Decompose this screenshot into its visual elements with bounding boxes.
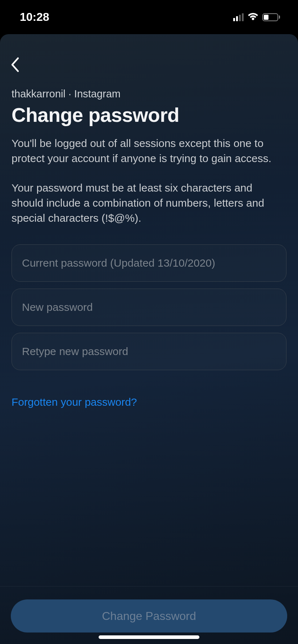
page-description: You'll be logged out of all sessions exc… xyxy=(12,136,286,226)
modal-sheet: thakkarronil · Instagram Change password… xyxy=(0,34,298,644)
change-password-button[interactable]: Change Password xyxy=(11,599,287,632)
retype-password-input[interactable] xyxy=(12,333,286,370)
status-time: 10:28 xyxy=(20,10,49,24)
chevron-left-icon xyxy=(10,57,19,73)
back-button[interactable] xyxy=(10,56,28,74)
description-para-2: Your password must be at least six chara… xyxy=(12,180,286,226)
current-password-input[interactable] xyxy=(12,244,286,282)
forgot-password-link[interactable]: Forgotten your password? xyxy=(12,396,286,408)
status-icons xyxy=(233,13,280,22)
wifi-icon xyxy=(247,13,259,22)
status-bar: 10:28 xyxy=(0,0,298,34)
new-password-input[interactable] xyxy=(12,289,286,326)
cellular-signal-icon xyxy=(233,13,244,21)
page-title: Change password xyxy=(12,104,286,126)
breadcrumb: thakkarronil · Instagram xyxy=(12,88,286,100)
password-form xyxy=(12,244,286,370)
home-indicator[interactable] xyxy=(99,635,199,639)
description-para-1: You'll be logged out of all sessions exc… xyxy=(12,137,271,164)
battery-icon xyxy=(262,13,280,21)
